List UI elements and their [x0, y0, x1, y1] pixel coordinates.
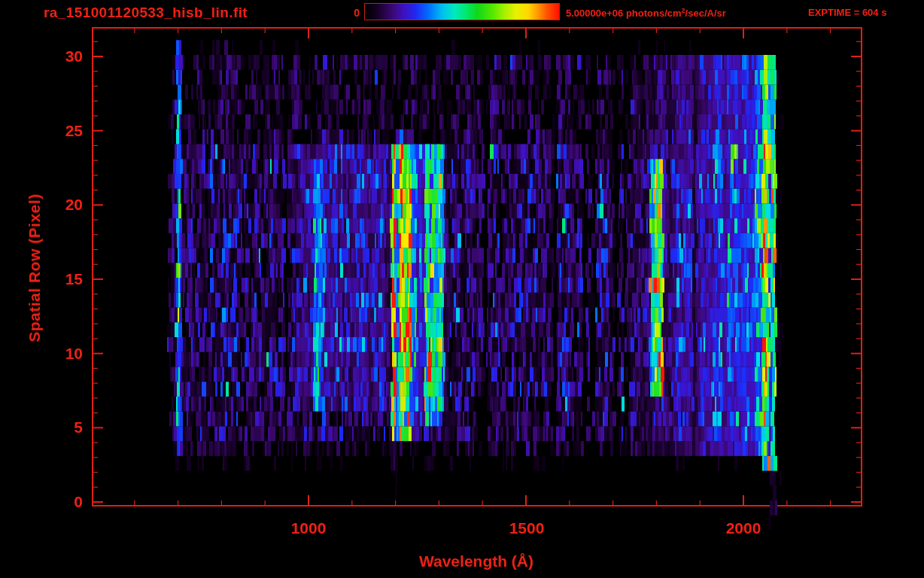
spectral-image-canvas: [0, 0, 924, 578]
plot-title: ra_151001120533_hisb_lin.fit: [44, 5, 248, 21]
x-tick-label-1000: 1000: [263, 519, 354, 537]
y-tick-label-5: 5: [44, 418, 83, 437]
y-tick-label-10: 10: [44, 345, 83, 363]
exptime-label: EXPTIME = 604 s: [808, 7, 886, 18]
y-tick-label-0: 0: [44, 493, 83, 511]
y-tick-label-30: 30: [44, 47, 83, 65]
y-tick-label-25: 25: [44, 122, 83, 140]
fits-viewer-window: ra_151001120533_hisb_lin.fit 0 5.00000e+…: [0, 0, 924, 578]
colorbar-max-label-prefix: 5.00000e+06 photons/cm: [566, 8, 682, 19]
y-tick-label-20: 20: [44, 196, 83, 214]
x-axis-title: Wavelength (Å): [363, 552, 589, 570]
colorbar-max-label: 5.00000e+06 photons/cm2/sec/A/sr: [566, 7, 726, 19]
x-tick-label-2000: 2000: [698, 519, 789, 537]
x-tick-label-1500: 1500: [482, 519, 572, 537]
y-axis-title: Spatial Row (Pixel): [26, 193, 44, 342]
colorbar-max-label-suffix: /sec/A/sr: [685, 8, 726, 19]
colorbar-min-label: 0: [337, 7, 360, 19]
y-tick-label-15: 15: [44, 270, 83, 288]
colorbar-gradient: [364, 3, 560, 20]
